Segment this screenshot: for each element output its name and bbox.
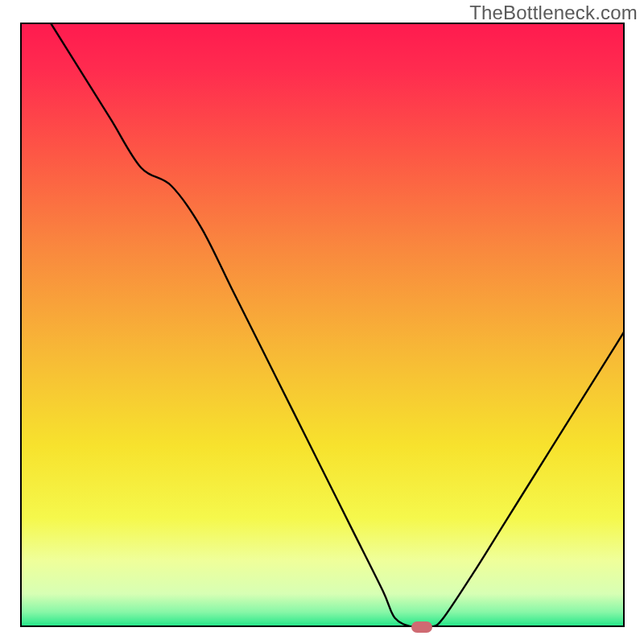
chart-frame: TheBottleneck.com	[0, 0, 644, 644]
watermark-text: TheBottleneck.com	[469, 2, 638, 24]
plot-area	[20, 23, 625, 627]
optimal-marker	[411, 621, 432, 633]
gradient-background	[20, 23, 625, 627]
bottleneck-plot-svg	[20, 23, 625, 627]
